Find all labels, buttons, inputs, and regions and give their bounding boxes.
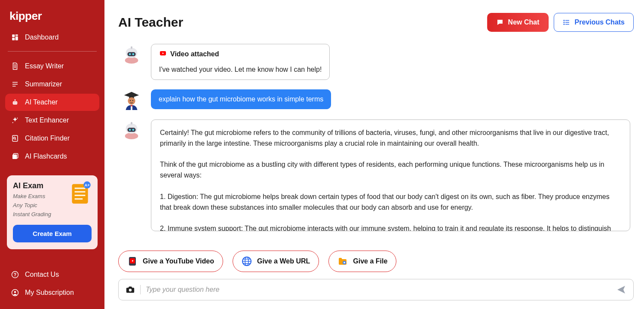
message-ai-response: Certainly! The gut microbiome refers to … — [118, 119, 630, 244]
svg-rect-22 — [75, 188, 86, 189]
composer-area: Give a YouTube Video Give a Web URL Give… — [118, 251, 634, 300]
document-icon — [11, 62, 19, 70]
sidebar-item-ai-flashcards[interactable]: AI Flashcards — [5, 148, 99, 165]
ai-message-bubble: Video attached I've watched your video. … — [151, 44, 330, 80]
message-user: explain how the gut microbiome works in … — [118, 89, 630, 110]
previous-chats-button[interactable]: Previous Chats — [554, 13, 634, 32]
svg-rect-11 — [13, 101, 18, 105]
separator — [140, 285, 141, 294]
attachment-label: Video attached — [170, 50, 219, 58]
svg-point-15 — [12, 122, 13, 123]
create-exam-button[interactable]: Create Exam — [13, 225, 92, 242]
citation-icon — [11, 135, 19, 142]
svg-point-13 — [15, 102, 16, 103]
new-chat-button[interactable]: New Chat — [487, 13, 549, 32]
sidebar-item-citation-finder[interactable]: Citation Finder — [5, 130, 99, 147]
give-url-chip[interactable]: Give a Web URL — [233, 251, 319, 272]
dashboard-icon — [11, 34, 19, 41]
svg-rect-40 — [127, 52, 135, 56]
sidebar-item-label: Citation Finder — [25, 135, 70, 142]
give-youtube-chip[interactable]: Give a YouTube Video — [118, 251, 223, 272]
page-header: AI Teacher New Chat Previous Chats — [118, 13, 634, 32]
ai-message-text: I've watched your video. Let me know how… — [159, 66, 322, 73]
help-icon: ? — [11, 271, 19, 278]
sidebar-item-dashboard[interactable]: Dashboard — [5, 29, 99, 46]
scroll-icon: A+ — [67, 181, 93, 207]
main-content: AI Teacher New Chat Previous Chats — [104, 0, 644, 309]
svg-rect-1 — [15, 34, 18, 36]
svg-point-46 — [128, 97, 135, 104]
bot-avatar-icon — [122, 120, 141, 140]
svg-rect-24 — [75, 195, 86, 196]
svg-rect-50 — [131, 105, 132, 107]
svg-rect-23 — [75, 191, 86, 193]
ai-exam-card: AI Exam Make Exams Any Topic Instant Gra… — [7, 175, 98, 249]
sidebar-item-ai-teacher[interactable]: AI Teacher — [5, 94, 99, 111]
sparkle-icon — [11, 116, 19, 124]
svg-rect-25 — [75, 198, 83, 199]
svg-point-48 — [132, 100, 133, 101]
previous-chats-label: Previous Chats — [575, 18, 625, 26]
svg-point-55 — [132, 129, 134, 131]
sidebar-item-summarizer[interactable]: Summarizer — [5, 76, 99, 93]
sidebar-item-text-enhancer[interactable]: Text Enhancer — [5, 112, 99, 129]
chip-label: Give a File — [353, 257, 387, 265]
svg-point-54 — [129, 129, 131, 131]
robot-icon — [11, 98, 19, 106]
user-message-bubble: explain how the gut microbiome works in … — [151, 89, 331, 109]
sidebar-bottom-nav: ? Contact Us My Subscription — [5, 258, 99, 301]
sidebar-item-essay-writer[interactable]: Essay Writer — [5, 58, 99, 75]
svg-point-37 — [564, 24, 564, 25]
send-button[interactable] — [616, 285, 626, 295]
svg-text:A+: A+ — [84, 183, 90, 187]
camera-icon[interactable] — [126, 285, 135, 294]
svg-point-14 — [17, 118, 18, 119]
ai-response-bubble: Certainly! The gut microbiome refers to … — [151, 119, 630, 231]
new-chat-label: New Chat — [508, 18, 540, 26]
svg-rect-43 — [131, 46, 132, 49]
header-buttons: New Chat Previous Chats — [487, 13, 634, 32]
svg-point-65 — [129, 289, 132, 291]
youtube-icon — [159, 51, 167, 57]
attachment-chips: Give a YouTube Video Give a Web URL Give… — [118, 251, 634, 272]
sidebar-item-label: AI Teacher — [25, 98, 58, 106]
svg-rect-53 — [127, 128, 135, 132]
svg-point-31 — [14, 291, 16, 293]
chat-bubble-icon — [496, 18, 504, 26]
list-icon — [563, 18, 570, 26]
page-title: AI Teacher — [118, 15, 183, 30]
sidebar-item-label: Summarizer — [25, 80, 62, 88]
give-file-chip[interactable]: Give a File — [328, 251, 396, 272]
svg-text:?: ? — [14, 272, 16, 277]
svg-point-12 — [14, 102, 15, 103]
sidebar-divider — [8, 51, 97, 52]
cards-icon — [11, 153, 19, 160]
phone-youtube-icon — [127, 256, 138, 266]
sidebar-item-subscription[interactable]: My Subscription — [5, 284, 99, 301]
svg-rect-56 — [131, 122, 132, 125]
sidebar-item-contact-us[interactable]: ? Contact Us — [5, 266, 99, 283]
sidebar-item-label: Text Enhancer — [25, 116, 69, 124]
svg-point-38 — [125, 57, 138, 64]
svg-point-36 — [564, 22, 564, 23]
svg-rect-3 — [12, 38, 15, 40]
message-input[interactable] — [146, 286, 611, 294]
svg-point-47 — [130, 100, 131, 101]
folder-icon — [337, 256, 348, 266]
sidebar: kipper Dashboard Essay Writer Summarizer — [0, 0, 104, 309]
sidebar-item-label: Dashboard — [25, 34, 58, 41]
svg-point-42 — [132, 53, 134, 55]
svg-rect-0 — [12, 34, 15, 37]
sidebar-item-label: Essay Writer — [25, 62, 64, 70]
sidebar-item-label: Contact Us — [25, 271, 59, 278]
chip-label: Give a YouTube Video — [143, 257, 214, 265]
user-avatar-icon — [122, 90, 141, 110]
chat-thread: Video attached I've watched your video. … — [118, 44, 634, 244]
bot-avatar-icon — [122, 45, 141, 64]
svg-rect-2 — [15, 37, 18, 40]
svg-point-10 — [15, 99, 16, 101]
attachment-header: Video attached — [159, 50, 322, 58]
person-icon — [11, 289, 19, 297]
svg-point-41 — [129, 53, 131, 55]
lines-icon — [11, 80, 19, 88]
